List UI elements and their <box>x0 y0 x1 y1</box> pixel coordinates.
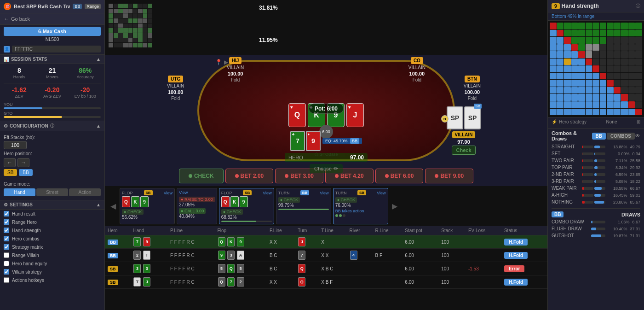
matrix-cell-4-6 <box>592 51 599 58</box>
hero-combos-checkbox[interactable] <box>4 236 9 241</box>
pin-icon[interactable]: 📍 <box>215 59 222 65</box>
stat-hands: 8 Hands <box>4 67 35 79</box>
hs-expand-icon[interactable]: ⊞ <box>637 119 640 124</box>
hero-card2-suit: ♦ <box>308 132 310 136</box>
mini-cell-6 <box>138 4 143 8</box>
session-stats-header[interactable]: 📊 SESSION STATS ▲ <box>0 54 104 64</box>
row3-status: Error <box>501 262 547 275</box>
settings-gear-icon: ⚙ <box>4 202 8 207</box>
turn-bb-action: ● CHECK <box>278 197 300 203</box>
raise-view-button[interactable]: View <box>179 190 188 195</box>
matrix-cell-10-10 <box>621 94 628 101</box>
card1-rank: Q <box>294 111 300 119</box>
row4-status-button[interactable]: H.Fold <box>504 279 528 286</box>
actions-hotkeys-checkbox[interactable] <box>4 277 9 283</box>
matrix-cell-10-12 <box>635 94 642 101</box>
range-pct-top: 31.81% <box>259 5 278 11</box>
matrix-cell-6-11 <box>628 65 635 72</box>
hand-strength-info-icon[interactable]: ⓘ <box>636 3 640 9</box>
next-position-button[interactable]: → <box>17 158 29 167</box>
mini-cell-53 <box>148 28 152 33</box>
turn-view-button[interactable]: View <box>263 191 271 195</box>
mini-cell-50 <box>133 28 138 33</box>
turn-label-text: TURN <box>278 191 290 195</box>
prev-position-button[interactable]: ← <box>4 158 16 167</box>
flop-view-button[interactable]: View <box>164 191 172 195</box>
matrix-cell-12-12 <box>635 109 642 116</box>
mini-cell-23 <box>133 13 138 18</box>
btn-action: Fold <box>468 96 477 101</box>
matrix-cell-12-5 <box>586 109 592 116</box>
eff-stacks-input[interactable] <box>4 141 27 149</box>
bet-200-button[interactable]: BET 2.00 <box>225 169 274 183</box>
combos-tab-button[interactable]: COMBOS <box>607 133 635 140</box>
sb-position-button[interactable]: SB <box>4 169 17 176</box>
combo-draw-val1: 1.06% <box>618 220 630 224</box>
check-button[interactable]: CHECK <box>179 169 224 183</box>
hero-hand-equity-checkbox[interactable] <box>4 261 9 266</box>
bet-900-button[interactable]: BET 9.00 <box>425 169 473 183</box>
bb-position-button[interactable]: BB <box>19 169 32 176</box>
strategy-matrix-checkbox[interactable] <box>4 244 9 250</box>
bb-tab-button[interactable]: BB <box>592 133 606 140</box>
hand-result-checkbox[interactable] <box>4 211 9 216</box>
player-btn: BTN VILLAIN 100.00 Fold <box>464 76 481 101</box>
matrix-cell-0-2 <box>564 23 571 29</box>
mini-cell-11 <box>118 9 123 13</box>
hand-mode-button[interactable]: Hand <box>4 188 35 196</box>
hero-choose-row: Choose ✏ <box>310 164 343 173</box>
player-sb: SP SP SB VILLAIN 97.00 Check <box>447 106 481 155</box>
matrix-cell-9-3 <box>571 87 578 94</box>
matrix-cell-1-4 <box>578 30 585 37</box>
villain-strategy-checkbox[interactable] <box>4 269 9 275</box>
replay-prev-button[interactable]: ◀ <box>109 188 118 224</box>
range-villain-label: Range Villain <box>12 253 39 258</box>
hj-name: VILLAIN <box>227 65 244 70</box>
settings-header[interactable]: ⚙ SETTINGS ▲ <box>0 200 104 210</box>
row1-status-button[interactable]: H.Fold <box>504 239 528 246</box>
row2-status-button[interactable]: H.Fold <box>504 252 528 259</box>
mini-cell-40 <box>128 23 133 28</box>
hj-badge: HIJ <box>229 57 242 64</box>
co-name: VILLAIN <box>408 65 426 70</box>
eye-icon[interactable]: 👁 <box>635 133 640 139</box>
row3-status-button[interactable]: Error <box>504 265 524 272</box>
replay-next-button[interactable]: ▶ <box>390 188 399 224</box>
matrix-cell-11-11 <box>628 101 635 108</box>
flop-card-1: Q <box>122 196 130 207</box>
go-back-button[interactable]: ← Go back <box>0 13 104 25</box>
turn-flop-text: FLOP <box>221 191 232 195</box>
row4-hero: SB <box>105 275 130 289</box>
range-hero-checkbox[interactable] <box>4 219 9 225</box>
street-mode-button[interactable]: Street <box>36 188 68 196</box>
range-villain-checkbox[interactable] <box>4 252 9 258</box>
flop-sb-tag: SB <box>144 190 153 195</box>
game-type: 6-Max Cash <box>4 27 101 36</box>
edit-icon[interactable]: ✏ <box>334 165 338 172</box>
hand-strength-checkbox[interactable] <box>4 228 9 233</box>
mini-range-grid-1 <box>109 4 152 47</box>
action-mode-button[interactable]: Action <box>69 188 101 196</box>
nothing-val2: 85.67 <box>630 200 640 205</box>
turn-bb-view-button[interactable]: View <box>320 191 328 195</box>
topp-bar1-container <box>582 166 593 169</box>
hand-strength-label: Hand strength <box>12 228 41 233</box>
bet300-dot <box>285 174 288 178</box>
card1-suit: ♥ <box>290 105 293 110</box>
turn-sb2-pct: 76.00% <box>335 203 386 208</box>
col-turn: Turn <box>295 226 318 235</box>
mini-cell-39 <box>123 23 128 28</box>
bet-600-button[interactable]: BET 6.00 <box>375 169 424 183</box>
config-header[interactable]: ⚙ CONFIGURATION ⓘ ▲ <box>0 121 104 131</box>
matrix-cell-9-7 <box>600 87 607 94</box>
ah-bar1-container <box>582 194 593 197</box>
matrix-cell-7-4 <box>578 73 585 80</box>
col-pline: P.Line <box>167 226 215 235</box>
mini-cell-32 <box>133 18 138 23</box>
row4-evloss <box>466 275 501 289</box>
config-info-icon: ⓘ <box>50 123 54 129</box>
turn-sb2-view[interactable]: View <box>377 191 385 195</box>
row1-card1: 7 <box>133 237 141 246</box>
bb-takes-action: BB takes action <box>335 209 386 213</box>
check-label: CHECK <box>194 173 214 179</box>
